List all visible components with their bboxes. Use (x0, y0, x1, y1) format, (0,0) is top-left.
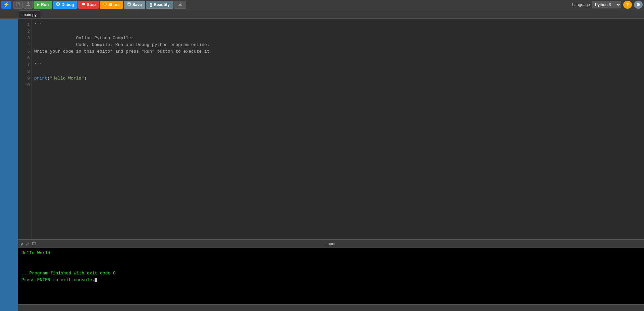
code-editor[interactable]: ''' Online Python Compiler. Code, Compil… (32, 19, 644, 239)
beautify-button[interactable]: {} Beautify (146, 1, 173, 9)
braces-icon: {} (150, 3, 153, 7)
logo-button[interactable]: ⚡ (1, 1, 11, 9)
clear-console-button[interactable] (32, 241, 36, 247)
tab-label: main.py (22, 12, 37, 17)
console-output[interactable]: Hello World ...Program finished with exi… (18, 248, 644, 304)
collapse-console-button[interactable]: ∨ (20, 241, 23, 247)
share-icon (103, 2, 107, 7)
save-label: Save (132, 2, 142, 7)
svg-rect-4 (33, 242, 35, 245)
beautify-label: Beautify (154, 2, 169, 7)
debug-icon (56, 2, 60, 7)
language-select[interactable]: Python 3 Python 2 Java C C++ JavaScript (592, 1, 621, 8)
stop-label: Stop (87, 2, 96, 7)
new-file-button[interactable] (13, 1, 23, 9)
main-content: 1 2 3 4 5 6 7 8 9 10 ''' Online Python C… (0, 19, 644, 311)
line-numbers: 1 2 3 4 5 6 7 8 9 10 (18, 19, 32, 239)
play-icon: ▶ (37, 3, 40, 6)
help-icon: ? (626, 2, 629, 7)
download-button[interactable] (174, 1, 186, 9)
tab-main-py[interactable]: main.py (18, 10, 41, 18)
svg-rect-3 (82, 3, 85, 5)
language-label: Language (572, 2, 590, 7)
settings-icon: ⚙ (636, 2, 640, 7)
stop-icon (82, 2, 86, 7)
help-button[interactable]: ? (623, 1, 632, 9)
debug-button[interactable]: Debug (53, 1, 77, 9)
expand-console-button[interactable]: ⤢ (25, 241, 30, 247)
editor-panel: 1 2 3 4 5 6 7 8 9 10 ''' Online Python C… (18, 19, 644, 311)
share-label: Share (108, 2, 119, 7)
sidebar (0, 19, 18, 311)
settings-button[interactable]: ⚙ (634, 1, 643, 9)
console-panel: ∨ ⤢ input Hello World ...Program finishe… (18, 239, 644, 304)
tabbar: main.py (0, 9, 644, 19)
share-button[interactable]: Share (100, 1, 123, 9)
console-icons: ∨ ⤢ (20, 241, 36, 247)
debug-label: Debug (61, 2, 74, 7)
download-icon (178, 2, 182, 7)
upload-button[interactable] (23, 1, 33, 9)
editor-body: 1 2 3 4 5 6 7 8 9 10 ''' Online Python C… (18, 19, 644, 239)
output-press-enter: Press ENTER to exit console. (21, 277, 95, 282)
stop-button[interactable]: Stop (78, 1, 99, 9)
svg-rect-0 (16, 2, 19, 6)
new-file-icon (16, 2, 20, 7)
console-title: input (327, 242, 335, 246)
bottom-bar (18, 304, 644, 311)
run-label: Run (41, 2, 49, 7)
run-button[interactable]: ▶ Run (34, 1, 52, 9)
save-icon (127, 2, 131, 7)
output-hello: Hello World (21, 251, 50, 256)
save-button[interactable]: Save (124, 1, 145, 9)
upload-icon (26, 2, 31, 7)
lightning-icon: ⚡ (3, 1, 10, 8)
toolbar: ⚡ ▶ Run Debug (0, 0, 644, 9)
output-exit-code: ...Program finished with exit code 0 (21, 271, 116, 276)
svg-point-2 (57, 3, 59, 5)
console-header: ∨ ⤢ input (18, 240, 644, 248)
